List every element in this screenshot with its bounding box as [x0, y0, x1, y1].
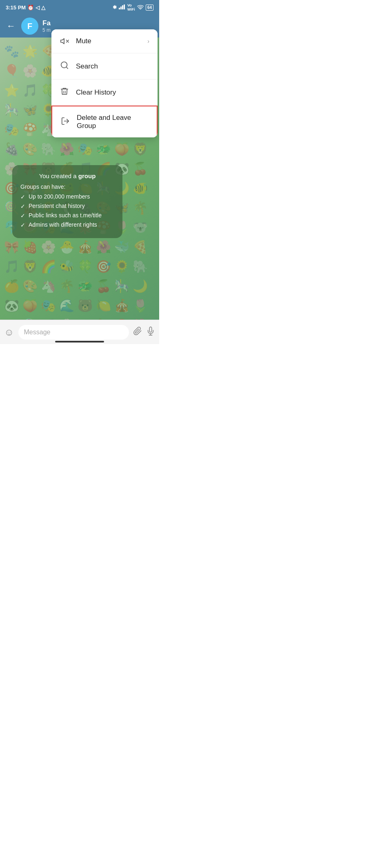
svg-rect-2 — [122, 5, 123, 9]
menu-item-clear-history[interactable]: Clear History — [51, 80, 158, 106]
back-button[interactable]: ← — [5, 19, 17, 33]
search-label: Search — [76, 62, 149, 71]
delete-leave-label: Delete and Leave Group — [77, 114, 149, 130]
svg-point-4 — [140, 9, 141, 9]
signal-icon — [119, 4, 125, 11]
vowifi-label: VoWiFi — [127, 3, 135, 11]
app-notification-icon: △ — [41, 4, 45, 11]
attach-button[interactable] — [133, 327, 142, 338]
group-bold: group — [78, 172, 96, 179]
check-icon-1: ✓ — [20, 194, 25, 200]
search-icon — [60, 61, 69, 72]
check-icon-2: ✓ — [20, 203, 25, 210]
navigation-icon: ◁ — [36, 4, 40, 11]
group-created-title: You created a group — [20, 172, 114, 179]
feature-text-4: Admins with different rights — [29, 221, 97, 228]
message-input-bar: ☺ — [0, 320, 159, 344]
emoji-button[interactable]: ☺ — [4, 327, 14, 338]
mute-label: Mute — [76, 37, 141, 45]
message-input[interactable] — [18, 325, 129, 340]
group-info-box: You created a group Groups can have: ✓ U… — [12, 165, 122, 238]
status-right: ✱ VoWiFi 64 — [113, 3, 153, 11]
clear-history-label: Clear History — [76, 88, 149, 97]
menu-item-search[interactable]: Search — [51, 53, 158, 80]
menu-item-mute[interactable]: Mute › — [51, 29, 158, 53]
feature-text-1: Up to 200,000 members — [29, 193, 90, 200]
delete-leave-icon — [60, 117, 70, 128]
svg-line-6 — [66, 67, 68, 68]
groups-can-have: Groups can have: — [20, 183, 114, 190]
chat-name: Fa — [42, 19, 154, 27]
check-icon-3: ✓ — [20, 212, 25, 219]
svg-rect-3 — [124, 4, 125, 9]
mic-button[interactable] — [146, 327, 155, 338]
time: 3:15 PM — [6, 4, 26, 11]
context-menu: Mute › Search Clear History — [51, 29, 158, 137]
mute-icon — [60, 37, 69, 46]
mute-chevron: › — [147, 38, 149, 44]
feature-1: ✓ Up to 200,000 members — [20, 193, 114, 200]
home-indicator — [55, 341, 104, 342]
feature-2: ✓ Persistent chat history — [20, 203, 114, 210]
bluetooth-icon: ✱ — [113, 4, 117, 10]
feature-3: ✓ Public links such as t.me/title — [20, 212, 114, 219]
menu-item-delete-leave[interactable]: Delete and Leave Group — [51, 106, 158, 137]
avatar[interactable]: F — [21, 18, 38, 35]
group-created-prefix: You created a — [39, 172, 78, 179]
wifi-icon — [137, 4, 144, 11]
status-bar: 3:15 PM ⏰ ◁ △ ✱ VoWiFi 64 — [0, 0, 159, 15]
svg-rect-1 — [120, 7, 122, 9]
svg-rect-0 — [119, 8, 120, 9]
check-icon-4: ✓ — [20, 222, 25, 228]
alarm-icon: ⏰ — [27, 4, 34, 11]
clear-history-icon — [60, 87, 69, 98]
feature-text-3: Public links such as t.me/title — [29, 212, 102, 219]
feature-text-2: Persistent chat history — [29, 203, 85, 209]
battery-icon: 64 — [146, 4, 153, 11]
status-left: 3:15 PM ⏰ ◁ △ — [6, 4, 45, 11]
feature-4: ✓ Admins with different rights — [20, 221, 114, 228]
